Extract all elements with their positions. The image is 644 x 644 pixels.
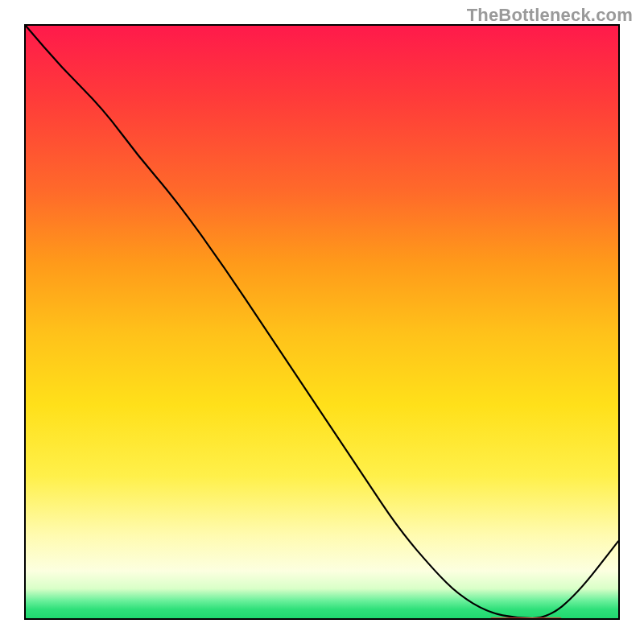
watermark-text: TheBottleneck.com [467, 5, 633, 26]
chart-frame: TheBottleneck.com [0, 0, 644, 644]
plot-area [24, 24, 620, 620]
bottleneck-curve [26, 26, 618, 618]
curve-layer [26, 26, 618, 618]
minimum-marker [490, 617, 562, 620]
